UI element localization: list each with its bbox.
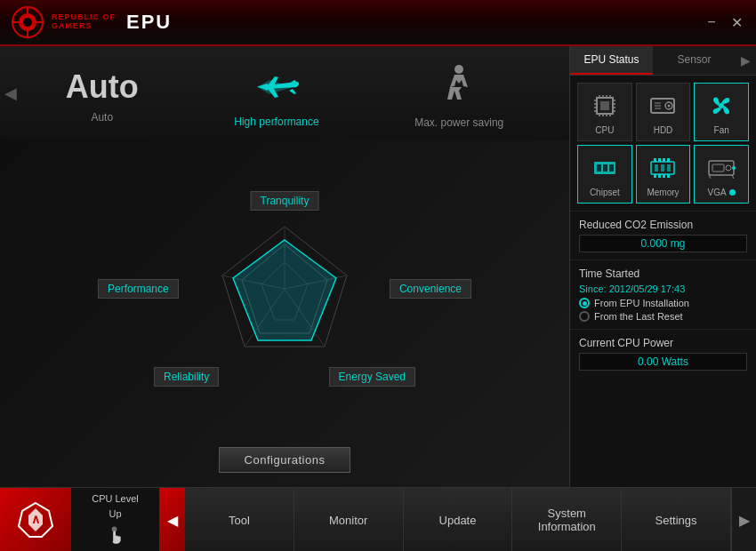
sensor-vga[interactable]: VGA: [694, 145, 749, 204]
sensor-fan[interactable]: Fan: [694, 83, 749, 141]
sensor-chipset[interactable]: Chipset: [577, 145, 632, 204]
svg-rect-44: [603, 164, 607, 172]
memory-sensor-icon: [646, 151, 680, 185]
rog-logo-area: REPUBLIC OF GAMERS: [11, 5, 116, 39]
time-started-title: Time Started: [579, 268, 747, 280]
svg-rect-56: [661, 164, 664, 172]
taskbar-nav-left[interactable]: ◀: [160, 488, 185, 551]
radar-container: Tranquility Performance Convenience Reli…: [98, 191, 471, 387]
configurations-area: Configurations: [0, 438, 569, 487]
svg-rect-51: [654, 174, 656, 178]
svg-point-2: [23, 18, 32, 27]
svg-rect-35: [651, 99, 674, 113]
svg-rect-54: [667, 174, 670, 178]
high-performance-label: High performance: [234, 116, 318, 128]
app-title: EPU: [126, 11, 172, 34]
reduced-co2-title: Reduced CO2 Emission: [579, 219, 747, 231]
radio-from-reset[interactable]: From the Last Reset: [579, 311, 747, 322]
taskbar-btn-system-information[interactable]: System Information: [512, 488, 622, 551]
sensor-hdd[interactable]: HDD: [636, 83, 691, 141]
svg-point-7: [454, 65, 463, 74]
radio-from-epu-label: From EPU Installation: [594, 298, 689, 308]
main-content: ◀ Auto Auto: [0, 46, 756, 487]
svg-rect-47: [654, 158, 656, 162]
taskbar-btn-monitor[interactable]: Monitor: [294, 488, 404, 551]
time-started-radio-group: From EPU Installation From the Last Rese…: [579, 298, 747, 322]
tab-nav-arrow[interactable]: ▶: [736, 53, 756, 68]
radio-from-reset-circle: [579, 311, 590, 322]
title-bar: REPUBLIC OF GAMERS EPU − ✕: [0, 0, 756, 46]
taskbar-btn-tool[interactable]: Tool: [185, 488, 294, 551]
svg-rect-53: [663, 174, 665, 178]
svg-point-37: [668, 105, 671, 108]
svg-point-60: [726, 165, 731, 171]
mode-auto[interactable]: Auto Auto: [66, 68, 139, 124]
sensor-memory[interactable]: Memory: [636, 145, 691, 204]
configurations-button[interactable]: Configurations: [219, 447, 351, 473]
airplane-icon: [250, 64, 303, 110]
close-button[interactable]: ✕: [728, 13, 745, 31]
taskbar-btn-settings[interactable]: Settings: [622, 488, 731, 551]
memory-sensor-label: Memory: [647, 188, 679, 197]
fan-sensor-icon: [704, 89, 738, 123]
taskbar-nav-right-arrow: ▶: [739, 512, 750, 529]
auto-mode-label: Auto: [91, 111, 113, 124]
mode-high-performance[interactable]: High performance: [234, 64, 318, 128]
gamers-label: GAMERS: [52, 22, 116, 31]
svg-rect-52: [658, 174, 661, 178]
svg-rect-55: [655, 164, 658, 172]
vga-sensor-label: VGA: [708, 188, 727, 197]
tab-epu-status[interactable]: EPU Status: [570, 46, 653, 75]
radar-label-convenience: Convenience: [390, 279, 471, 299]
svg-rect-59: [712, 164, 724, 172]
sensor-grid: CPU HDD: [570, 76, 756, 211]
reduced-co2-value: 0.000 mg: [579, 235, 747, 252]
cpu-power-value: 0.00 Watts: [579, 353, 747, 371]
radar-label-tranquility: Tranquility: [251, 191, 319, 211]
rog-icon: [11, 5, 44, 39]
radar-label-reliability: Reliability: [154, 367, 219, 387]
svg-rect-57: [667, 164, 671, 172]
right-panel: EPU Status Sensor ▶: [569, 46, 756, 487]
window-controls: − ✕: [703, 13, 745, 31]
auto-mode-text: Auto: [66, 68, 139, 106]
svg-text:∧: ∧: [31, 512, 40, 526]
svg-point-63: [732, 166, 736, 170]
taskbar-nav-right[interactable]: ▶: [731, 488, 756, 551]
svg-rect-45: [609, 164, 614, 172]
cpu-power-title: Current CPU Power: [579, 337, 747, 349]
taskbar-rog-icon: ∧: [15, 499, 56, 540]
mode-max-power-saving[interactable]: Max. power saving: [414, 62, 503, 129]
chipset-sensor-icon: [588, 151, 622, 185]
tab-sensor[interactable]: Sensor: [653, 46, 736, 75]
cpu-sensor-icon: [588, 89, 622, 123]
left-panel: ◀ Auto Auto: [0, 46, 569, 487]
cpu-level-text-2: Up: [109, 508, 121, 520]
taskbar-cpu-level: CPU Level Up: [71, 488, 160, 551]
radar-label-performance: Performance: [98, 279, 179, 299]
taskbar-nav-left-arrow: ◀: [167, 512, 178, 529]
time-started-section: Time Started Since: 2012/05/29 17:43 Fro…: [570, 260, 756, 329]
radio-from-reset-label: From the Last Reset: [594, 311, 683, 322]
radar-label-energy-saved: Energy Saved: [329, 367, 415, 387]
radio-from-epu[interactable]: From EPU Installation: [579, 298, 747, 308]
svg-point-41: [719, 103, 724, 108]
svg-point-65: [111, 527, 117, 532]
hdd-sensor-icon: [646, 89, 680, 123]
time-started-since: Since: 2012/05/29 17:43: [579, 283, 747, 294]
radio-from-epu-circle: [579, 298, 590, 308]
minimize-button[interactable]: −: [703, 13, 720, 31]
svg-rect-48: [658, 158, 661, 162]
chipset-sensor-label: Chipset: [590, 188, 620, 197]
reduced-co2-section: Reduced CO2 Emission 0.000 mg: [570, 211, 756, 260]
hdd-sensor-label: HDD: [654, 125, 673, 135]
mode-nav-left[interactable]: ◀: [4, 84, 17, 103]
fan-sensor-label: Fan: [714, 125, 729, 135]
cpu-sensor-label: CPU: [595, 125, 614, 135]
taskbar-btn-update[interactable]: Update: [404, 488, 513, 551]
svg-rect-18: [600, 101, 609, 110]
radar-area: Tranquility Performance Convenience Reli…: [0, 140, 569, 438]
cpu-level-text-1: CPU Level: [92, 493, 139, 505]
sensor-cpu[interactable]: CPU: [577, 83, 632, 141]
svg-rect-49: [663, 158, 665, 162]
